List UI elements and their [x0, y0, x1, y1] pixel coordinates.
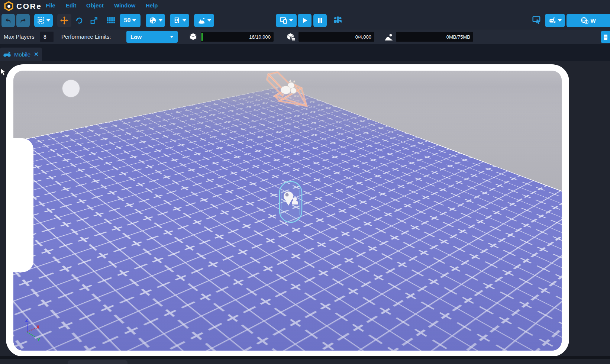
ai-assistant-dropdown[interactable]: [545, 14, 565, 27]
play-icon: [301, 17, 309, 24]
tab-mobile-label: Mobile: [14, 51, 30, 58]
tab-close-icon[interactable]: ✕: [34, 51, 39, 58]
rotate-tool-button[interactable]: [74, 15, 85, 26]
axis-x-label: X: [36, 325, 39, 330]
terrain-memory-value: 0MB/75MB: [446, 34, 470, 40]
chevron-down-icon: [207, 19, 211, 22]
undo-button[interactable]: [1, 14, 15, 27]
menu-window[interactable]: Window: [114, 2, 135, 9]
coordinate-space-dropdown[interactable]: [146, 14, 165, 27]
chevron-down-icon: [558, 19, 562, 22]
object-count-meter: 16/10,000: [201, 32, 274, 42]
performance-level-value: Low: [130, 34, 142, 40]
mobile-joystick-overlay: [62, 80, 80, 97]
performance-limits-label: Performance Limits:: [61, 33, 111, 40]
screen-capture-button[interactable]: [532, 15, 542, 25]
cut-off-panel-button[interactable]: [601, 31, 610, 43]
app-logo: CORe: [4, 1, 42, 11]
device-preview-icon: [280, 17, 287, 24]
device-preview-dropdown[interactable]: [276, 14, 297, 27]
networked-object-meter: 0/4,000: [298, 32, 374, 42]
grid-snap-button[interactable]: [106, 15, 116, 26]
axis-gizmo: Z X Y: [25, 318, 40, 342]
multiplayer-preview-button[interactable]: [332, 15, 343, 26]
axis-z-label: Z: [25, 318, 28, 323]
player-capsule-gizmo[interactable]: [280, 181, 302, 222]
viewport-area: Z X Y: [0, 61, 610, 364]
web-preview-button[interactable]: W: [567, 14, 610, 27]
chevron-down-icon: [170, 36, 174, 38]
core-logo-icon: [4, 1, 14, 11]
menu-object[interactable]: Object: [86, 2, 104, 9]
undo-icon: [4, 17, 12, 24]
chevron-down-icon: [183, 19, 186, 22]
script-icon: [173, 17, 181, 25]
bottom-divider: [0, 356, 610, 359]
chevron-down-icon: [132, 19, 136, 22]
gamepad-hammer-icon: [3, 51, 12, 58]
axis-y-label: Y: [37, 337, 40, 342]
core-logo-dot: [7, 5, 10, 8]
terrain-icon: [197, 17, 206, 25]
scene-viewport[interactable]: Z X Y: [13, 71, 562, 351]
mobile-device-frame: Z X Y: [6, 64, 569, 357]
web-button-label: W: [590, 17, 596, 24]
multiplayer-people-icon: [333, 16, 343, 25]
menu-edit[interactable]: Edit: [66, 2, 76, 9]
redo-button[interactable]: [16, 14, 30, 27]
grid-snap-icon: [106, 17, 115, 24]
terrain-dropdown[interactable]: [194, 14, 214, 27]
logo-wordmark: CORe: [16, 2, 42, 11]
pause-button[interactable]: [313, 14, 327, 27]
scale-tool-button[interactable]: [88, 15, 100, 26]
spawn-point-gizmo[interactable]: [267, 72, 307, 106]
bottom-panel-tab: [68, 360, 128, 364]
tab-mobile[interactable]: Mobile ✕: [0, 48, 42, 61]
snap-size-dropdown[interactable]: 50: [120, 14, 141, 27]
snap-size-value: 50: [124, 17, 131, 24]
gizmo-overlay: Z X Y: [13, 71, 562, 351]
move-tool-button[interactable]: [57, 14, 71, 27]
redo-icon: [19, 17, 27, 24]
selection-mode-dropdown[interactable]: [34, 14, 53, 27]
document-icon: [603, 34, 608, 40]
object-count-icon: [188, 32, 198, 42]
performance-level-dropdown[interactable]: Low: [126, 31, 178, 43]
chevron-down-icon: [159, 19, 162, 22]
create-script-dropdown[interactable]: [170, 14, 189, 27]
chevron-down-icon: [46, 19, 50, 22]
max-players-label: Max Players: [4, 33, 35, 40]
menu-file[interactable]: File: [46, 2, 55, 9]
mouse-cursor: [0, 68, 6, 76]
pause-icon: [316, 17, 324, 24]
monitor-cursor-icon: [532, 16, 541, 24]
robot-icon: [548, 17, 556, 24]
terrain-memory-meter: 0MB/75MB: [396, 32, 473, 42]
globe-icon: [149, 16, 157, 25]
networked-object-icon: [286, 32, 296, 42]
globe-camera-icon: [581, 17, 588, 24]
terrain-memory-icon: [384, 32, 394, 42]
object-count-progress: [201, 33, 203, 41]
object-count-value: 16/10,000: [249, 34, 271, 40]
scale-tool-icon: [90, 16, 98, 25]
chevron-down-icon: [289, 19, 293, 22]
max-players-input[interactable]: [40, 32, 54, 42]
play-button[interactable]: [298, 14, 312, 27]
viewport-tab-bar: Mobile ✕: [0, 44, 610, 61]
marquee-select-icon: [37, 17, 45, 24]
move-tool-icon: [60, 16, 68, 25]
performance-bar: Max Players Performance Limits: Low 16/1…: [0, 29, 610, 44]
rotate-tool-icon: [75, 16, 83, 25]
menu-help[interactable]: Help: [146, 2, 158, 9]
device-side-notch: [11, 138, 33, 272]
top-chrome: CORe File Edit Object Window Help: [0, 0, 610, 29]
networked-object-value: 0/4,000: [355, 34, 371, 40]
